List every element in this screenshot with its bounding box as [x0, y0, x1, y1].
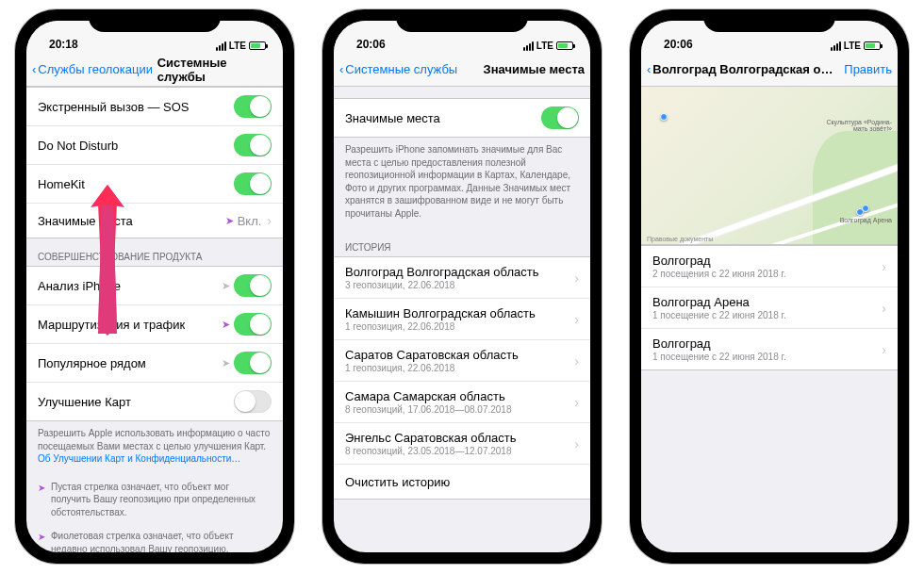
- nav-title: Системные службы: [152, 56, 277, 84]
- legend-text: Пустая стрелка означает, что объект мог …: [51, 481, 272, 519]
- row-label: HomeKit: [38, 177, 234, 191]
- phone-3: 20:06 LTE ‹ Волгоград Волгоградская о… П…: [630, 9, 909, 564]
- row-improve-maps[interactable]: Улучшение Карт: [26, 383, 283, 420]
- chevron-right-icon: ›: [574, 395, 579, 410]
- notch: [396, 9, 528, 32]
- toggle[interactable]: [234, 172, 272, 195]
- notch: [703, 9, 835, 32]
- history-row[interactable]: Энгельс Саратовская область 8 геопозиций…: [334, 423, 590, 465]
- map-legal-link[interactable]: Правовые документы: [647, 236, 713, 242]
- map-view[interactable]: Скульптура «Родина-мать зовёт!» Волгогра…: [641, 87, 898, 245]
- map-pin[interactable]: [862, 205, 869, 212]
- back-button[interactable]: ‹ Системные службы: [339, 62, 457, 76]
- toggle[interactable]: [234, 390, 272, 413]
- toggle[interactable]: [234, 134, 272, 156]
- nav-title: Волгоград Волгоградская о…: [652, 62, 833, 76]
- row-title: Волгоград: [652, 254, 711, 268]
- signal-icon: [831, 41, 841, 51]
- edit-button[interactable]: Править: [844, 62, 892, 76]
- description-text: Разрешить iPhone запоминать значимые для…: [334, 138, 590, 229]
- back-button[interactable]: ‹ Волгоград Волгоградская о…: [647, 62, 838, 76]
- row-title: Волгоград Арена: [652, 295, 750, 309]
- chevron-right-icon: ›: [574, 436, 579, 451]
- section-header: СОВЕРШЕНСТВОВАНИЕ ПРОДУКТА: [26, 238, 283, 266]
- footer-link[interactable]: Об Улучшении Карт и Конфиденциальности…: [38, 453, 240, 464]
- row-label: Маршрутизация и трафик: [38, 318, 222, 332]
- back-button[interactable]: ‹ Службы геолокации: [32, 62, 152, 76]
- row-routing-traffic[interactable]: Маршрутизация и трафик ➤: [26, 305, 283, 344]
- chevron-left-icon: ‹: [339, 62, 343, 76]
- signal-icon: [523, 41, 534, 51]
- clock: 20:06: [356, 38, 386, 51]
- row-popular-near[interactable]: Популярное рядом ➤: [26, 344, 283, 383]
- row-label: Улучшение Карт: [38, 395, 234, 409]
- nav-bar: ‹ Службы геолокации Системные службы: [26, 53, 283, 87]
- row-subtitle: 8 геопозиций, 17.06.2018—08.07.2018: [345, 404, 569, 415]
- row-title: Камышин Волгоградская область: [345, 306, 536, 320]
- history-header: ИСТОРИЯ: [334, 229, 590, 256]
- chevron-left-icon: ‹: [32, 62, 36, 76]
- map-pin[interactable]: [660, 113, 668, 121]
- location-arrow-icon: ➤: [225, 215, 234, 227]
- toggle[interactable]: [234, 313, 272, 336]
- row-dnd[interactable]: Do Not Disturb: [26, 126, 283, 165]
- signal-icon: [216, 41, 226, 51]
- row-subtitle: 3 геопозиции, 22.06.2018: [345, 280, 569, 290]
- phone-2: 20:06 LTE ‹ Системные службы Значимые ме…: [322, 9, 602, 564]
- row-title: Энгельс Саратовская область: [345, 431, 516, 445]
- group-2: Анализ iPhone ➤ Маршрутизация и трафик ➤…: [26, 266, 283, 421]
- history-row[interactable]: Саратов Саратовская область 1 геопозиция…: [334, 340, 590, 382]
- chevron-left-icon: ‹: [647, 62, 651, 76]
- row-significant-toggle[interactable]: Значимые места: [334, 99, 590, 137]
- group-1: Экстренный вызов — SOS Do Not Disturb Ho…: [26, 87, 283, 238]
- row-significant-locations[interactable]: Значимые места ➤ Вкл. ›: [26, 204, 283, 238]
- chevron-right-icon: ›: [882, 301, 886, 316]
- map-poi-label: Волгоград Арена: [840, 217, 892, 223]
- battery-icon: [864, 41, 881, 50]
- row-label: Значимые места: [38, 214, 225, 228]
- toggle[interactable]: [541, 107, 579, 129]
- screen-3: 20:06 LTE ‹ Волгоград Волгоградская о… П…: [641, 21, 898, 552]
- footer-text: Разрешить Apple использовать информацию …: [26, 421, 283, 475]
- row-value: Вкл.: [238, 214, 262, 228]
- place-row[interactable]: Волгоград Арена 1 посещение с 22 июня 20…: [641, 287, 898, 329]
- group-toggle: Значимые места: [334, 98, 590, 138]
- clock: 20:18: [49, 38, 78, 51]
- history-row[interactable]: Волгоград Волгоградская область 3 геопоз…: [334, 257, 590, 299]
- content[interactable]: Скульптура «Родина-мать зовёт!» Волгогра…: [641, 87, 898, 552]
- row-label: Do Not Disturb: [38, 139, 234, 153]
- row-title: Волгоград Волгоградская область: [345, 265, 538, 279]
- row-homekit[interactable]: HomeKit: [26, 165, 283, 204]
- clear-history-button[interactable]: Очистить историю: [334, 465, 590, 499]
- content[interactable]: Экстренный вызов — SOS Do Not Disturb Ho…: [26, 87, 283, 552]
- location-arrow-icon: ➤: [222, 280, 230, 292]
- row-title: Самара Самарская область: [345, 389, 505, 403]
- location-arrow-icon: ➤: [222, 357, 230, 369]
- battery-icon: [556, 41, 573, 50]
- notch: [89, 9, 221, 32]
- history-row[interactable]: Камышин Волгоградская область 1 геопозиц…: [334, 299, 590, 340]
- row-iphone-analytics[interactable]: Анализ iPhone ➤: [26, 267, 283, 305]
- clock: 20:06: [664, 38, 693, 51]
- row-label: Экстренный вызов — SOS: [38, 100, 234, 114]
- row-subtitle: 1 посещение с 22 июня 2018 г.: [652, 352, 876, 362]
- content[interactable]: Значимые места Разрешить iPhone запомина…: [334, 87, 590, 552]
- toggle[interactable]: [234, 274, 272, 297]
- toggle[interactable]: [234, 352, 272, 374]
- row-subtitle: 1 геопозиция, 22.06.2018: [345, 321, 569, 332]
- group-history: Волгоград Волгоградская область 3 геопоз…: [334, 256, 590, 500]
- nav-bar: ‹ Волгоград Волгоградская о… Править: [641, 53, 898, 87]
- row-sos[interactable]: Экстренный вызов — SOS: [26, 88, 283, 126]
- chevron-right-icon: ›: [574, 312, 579, 327]
- row-label: Анализ iPhone: [38, 279, 222, 293]
- row-subtitle: 8 геопозиций, 23.05.2018—12.07.2018: [345, 446, 569, 456]
- group-places: Волгоград 2 посещения с 22 июня 2018 г. …: [641, 245, 898, 370]
- place-row[interactable]: Волгоград 1 посещение с 22 июня 2018 г. …: [641, 329, 898, 369]
- screen-1: 20:18 LTE ‹ Службы геолокации Системные …: [26, 21, 283, 552]
- history-row[interactable]: Самара Самарская область 8 геопозиций, 1…: [334, 382, 590, 423]
- carrier: LTE: [844, 41, 861, 51]
- toggle[interactable]: [234, 95, 272, 118]
- chevron-right-icon: ›: [574, 353, 579, 369]
- place-row[interactable]: Волгоград 2 посещения с 22 июня 2018 г. …: [641, 246, 898, 287]
- chevron-right-icon: ›: [882, 259, 886, 274]
